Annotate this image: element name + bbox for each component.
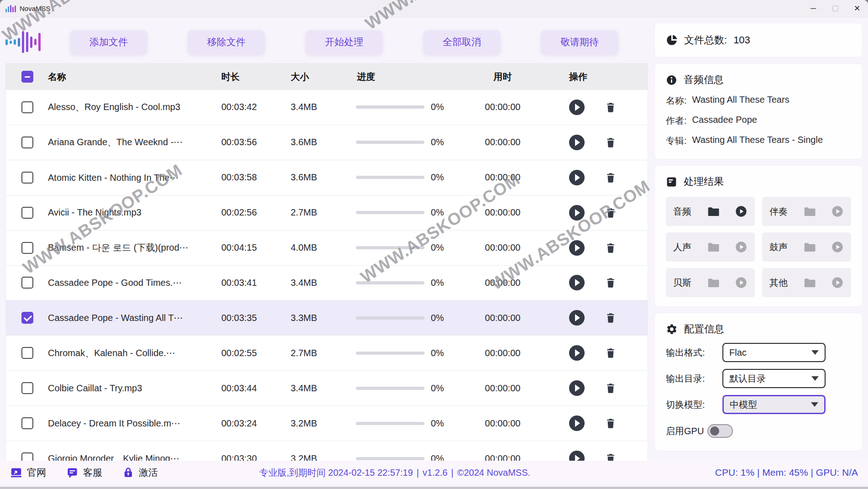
minimize-button[interactable]: ─ xyxy=(802,0,824,17)
play-button[interactable] xyxy=(569,135,585,150)
play-circle-icon xyxy=(735,276,748,289)
cancel-all-button[interactable]: 全部取消 xyxy=(424,30,500,54)
delete-button[interactable] xyxy=(604,346,617,360)
cell-duration: 00:03:44 xyxy=(220,383,289,394)
folder-icon xyxy=(803,276,816,289)
audio-artist-value: Cassadee Pope xyxy=(692,115,757,127)
results-list-icon xyxy=(666,176,677,188)
delete-button[interactable] xyxy=(604,205,617,220)
delete-button[interactable] xyxy=(604,310,617,325)
play-button[interactable] xyxy=(569,415,585,431)
trash-icon xyxy=(605,206,617,219)
config-title: 配置信息 xyxy=(684,322,724,336)
gpu-toggle[interactable] xyxy=(707,424,733,438)
delete-button[interactable] xyxy=(604,381,617,395)
table-row[interactable]: Chromak、Kalenah - Collide.⋯ 00:02:55 2.7… xyxy=(6,336,648,371)
cell-progress-percent: 0% xyxy=(424,242,465,253)
cell-progress-percent: 0% xyxy=(424,313,465,323)
play-result-button[interactable] xyxy=(831,276,844,289)
cell-size: 3.3MB xyxy=(289,313,356,323)
play-result-button[interactable] xyxy=(831,205,844,218)
row-checkbox[interactable] xyxy=(21,347,33,359)
header-actions: 操作 xyxy=(541,71,648,83)
activate-link[interactable]: 激活 xyxy=(122,466,158,479)
gpu-toggle-knob xyxy=(710,426,719,436)
audio-album-value: Wasting All These Tears - Single xyxy=(692,135,823,147)
progress-bar xyxy=(356,211,424,214)
play-button[interactable] xyxy=(569,275,585,290)
support-link[interactable]: 客服 xyxy=(66,466,102,479)
play-button[interactable] xyxy=(569,310,585,326)
website-icon xyxy=(10,467,22,479)
maximize-icon xyxy=(832,5,838,11)
maximize-button[interactable] xyxy=(824,0,846,17)
open-folder-button[interactable] xyxy=(706,276,720,289)
play-result-button[interactable] xyxy=(831,241,844,253)
model-select[interactable]: 中模型 xyxy=(722,395,826,414)
file-total-card: 文件总数: 103 xyxy=(654,23,863,58)
table-row[interactable]: Colbie Caillat - Try.mp3 00:03:44 3.4MB … xyxy=(6,371,648,406)
add-files-button[interactable]: 添加文件 xyxy=(70,30,147,54)
row-checkbox[interactable] xyxy=(21,312,33,324)
play-button[interactable] xyxy=(569,205,585,221)
start-processing-button[interactable]: 开始处理 xyxy=(306,30,382,54)
open-folder-button[interactable] xyxy=(803,240,816,254)
audio-name-label: 名称: xyxy=(666,95,687,107)
table-row[interactable]: Ariana Grande、The Weeknd -⋯ 00:03:56 3.6… xyxy=(6,125,648,160)
result-tile: 其他 xyxy=(762,268,851,297)
row-checkbox[interactable] xyxy=(21,101,33,113)
play-result-button[interactable] xyxy=(735,276,748,289)
info-icon xyxy=(666,74,677,86)
delete-button[interactable] xyxy=(604,416,617,431)
close-button[interactable]: ✕ xyxy=(846,0,868,17)
row-checkbox[interactable] xyxy=(21,207,33,219)
row-checkbox[interactable] xyxy=(21,277,33,289)
open-folder-button[interactable] xyxy=(706,240,720,254)
table-header: 名称 时长 大小 进度 用时 操作 xyxy=(6,63,648,90)
table-row[interactable]: Atomic Kitten - Nothing In The⋯ 00:03:58… xyxy=(6,160,648,195)
open-folder-button[interactable] xyxy=(803,276,816,289)
play-result-button[interactable] xyxy=(735,205,748,218)
open-folder-button[interactable] xyxy=(706,205,720,218)
result-tile-label: 其他 xyxy=(769,277,788,289)
play-button[interactable] xyxy=(569,240,585,256)
row-checkbox[interactable] xyxy=(21,242,33,254)
row-checkbox[interactable] xyxy=(21,417,33,429)
output-dir-select[interactable]: 默认目录 xyxy=(722,369,826,388)
app-logo-icon xyxy=(5,5,16,12)
coming-soon-button[interactable]: 敬请期待 xyxy=(541,30,618,54)
official-site-link[interactable]: 官网 xyxy=(10,466,46,479)
result-tile: 人声 xyxy=(666,232,755,262)
delete-button[interactable] xyxy=(604,100,617,115)
delete-button[interactable] xyxy=(604,241,617,255)
play-result-button[interactable] xyxy=(735,241,748,253)
play-button[interactable] xyxy=(569,170,585,185)
table-row[interactable]: Bamsem - 다운 로드 (下载)(prod⋯ 00:04:15 4.0MB… xyxy=(6,231,648,266)
output-format-select[interactable]: Flac xyxy=(722,343,826,362)
table-row[interactable]: Alesso、Roy English - Cool.mp3 00:03:42 3… xyxy=(6,90,648,125)
row-checkbox[interactable] xyxy=(21,172,33,184)
remove-files-button[interactable]: 移除文件 xyxy=(188,30,265,54)
table-row[interactable]: Cassadee Pope - Wasting All T⋯ 00:03:35 … xyxy=(6,300,648,336)
header-name: 名称 xyxy=(43,71,220,83)
row-checkbox[interactable] xyxy=(21,137,33,148)
cell-elapsed: 00:00:00 xyxy=(465,383,541,394)
table-row[interactable]: Cassadee Pope - Good Times.⋯ 00:03:41 3.… xyxy=(6,266,648,301)
table-row[interactable]: Avicii - The Nights.mp3 00:02:56 2.7MB 0… xyxy=(6,195,648,231)
row-checkbox[interactable] xyxy=(21,382,33,394)
cell-elapsed: 00:00:00 xyxy=(465,242,541,253)
play-button[interactable] xyxy=(569,100,585,115)
cell-size: 3.4MB xyxy=(289,102,356,112)
table-row[interactable]: Delacey - Dream It Possible.m⋯ 00:03:24 … xyxy=(6,406,648,441)
play-button[interactable] xyxy=(569,380,585,396)
select-all-checkbox[interactable] xyxy=(21,71,33,83)
cell-duration: 00:03:24 xyxy=(220,418,289,429)
audio-info-title: 音频信息 xyxy=(684,73,724,87)
delete-button[interactable] xyxy=(604,275,617,290)
delete-button[interactable] xyxy=(604,135,617,150)
play-button[interactable] xyxy=(569,345,585,361)
cell-name: Atomic Kitten - Nothing In The⋯ xyxy=(43,172,220,183)
delete-button[interactable] xyxy=(604,170,617,185)
open-folder-button[interactable] xyxy=(803,205,816,218)
cell-progress-percent: 0% xyxy=(424,172,465,183)
